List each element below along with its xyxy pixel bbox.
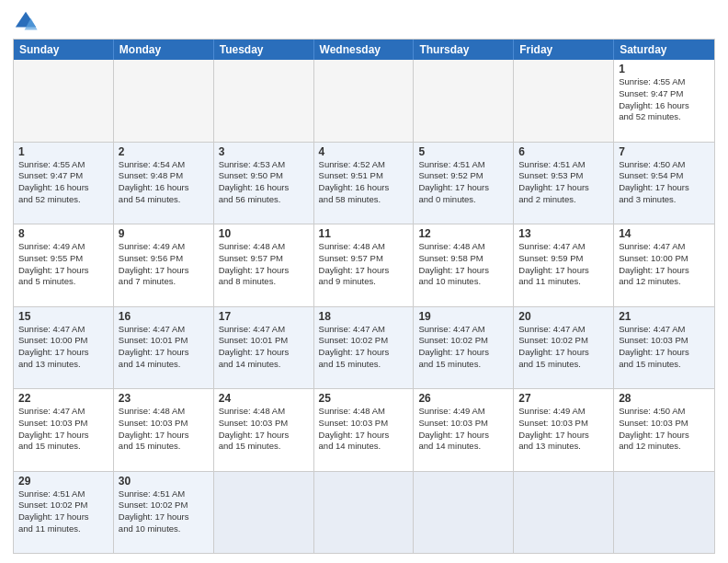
cal-cell-empty [614,472,714,554]
day-info: Sunrise: 4:55 AM Sunset: 9:47 PM Dayligh… [619,76,710,123]
cal-cell-day-11: 11Sunrise: 4:48 AM Sunset: 9:57 PM Dayli… [314,224,415,306]
day-info: Sunrise: 4:47 AM Sunset: 10:03 PM Daylig… [619,324,710,371]
day-info: Sunrise: 4:48 AM Sunset: 10:03 PM Daylig… [119,406,209,453]
cal-week-5: 29Sunrise: 4:51 AM Sunset: 10:02 PM Dayl… [14,471,714,554]
day-info: Sunrise: 4:47 AM Sunset: 10:00 PM Daylig… [18,324,108,371]
day-info: Sunrise: 4:47 AM Sunset: 10:01 PM Daylig… [219,324,309,371]
cal-cell-day-28: 28Sunrise: 4:50 AM Sunset: 10:03 PM Dayl… [614,389,714,471]
day-number: 24 [219,392,309,405]
day-info: Sunrise: 4:51 AM Sunset: 10:02 PM Daylig… [119,488,209,535]
logo-icon [13,9,39,35]
cal-cell-day-27: 27Sunrise: 4:49 AM Sunset: 10:03 PM Dayl… [514,389,614,471]
day-info: Sunrise: 4:48 AM Sunset: 10:03 PM Daylig… [219,406,309,453]
day-number: 23 [119,392,209,405]
cal-cell-day-26: 26Sunrise: 4:49 AM Sunset: 10:03 PM Dayl… [414,389,514,471]
cal-cell-day-8: 8Sunrise: 4:49 AM Sunset: 9:55 PM Daylig… [14,224,114,306]
cal-cell-day-16: 16Sunrise: 4:47 AM Sunset: 10:01 PM Dayl… [114,307,214,389]
day-number: 13 [518,227,609,240]
calendar-header: SundayMondayTuesdayWednesdayThursdayFrid… [14,40,714,60]
cal-week-2: 8Sunrise: 4:49 AM Sunset: 9:55 PM Daylig… [14,224,714,306]
cal-cell-day-12: 12Sunrise: 4:48 AM Sunset: 9:58 PM Dayli… [414,224,514,306]
day-number: 12 [418,227,508,240]
day-number: 29 [18,475,108,488]
day-info: Sunrise: 4:53 AM Sunset: 9:50 PM Dayligh… [219,159,309,206]
day-number: 30 [119,475,209,488]
day-number: 22 [18,392,108,405]
day-number: 28 [619,392,710,405]
cal-header-wednesday: Wednesday [314,40,415,60]
day-number: 11 [319,227,409,240]
cal-week-0: 1Sunrise: 4:55 AM Sunset: 9:47 PM Daylig… [14,60,714,142]
day-number: 27 [518,392,609,405]
cal-cell-day-1: 1Sunrise: 4:55 AM Sunset: 9:47 PM Daylig… [14,143,114,224]
day-info: Sunrise: 4:48 AM Sunset: 10:03 PM Daylig… [319,406,409,453]
calendar-body: 1Sunrise: 4:55 AM Sunset: 9:47 PM Daylig… [14,60,714,553]
cal-cell-day-29: 29Sunrise: 4:51 AM Sunset: 10:02 PM Dayl… [14,472,114,554]
cal-cell-day-13: 13Sunrise: 4:47 AM Sunset: 9:59 PM Dayli… [514,224,614,306]
logo [13,9,42,35]
cal-cell-day-10: 10Sunrise: 4:48 AM Sunset: 9:57 PM Dayli… [214,224,314,306]
day-info: Sunrise: 4:47 AM Sunset: 10:03 PM Daylig… [18,406,108,453]
cal-header-sunday: Sunday [14,40,114,60]
day-number: 5 [418,145,508,158]
cal-cell-day-19: 19Sunrise: 4:47 AM Sunset: 10:02 PM Dayl… [414,307,514,389]
cal-week-4: 22Sunrise: 4:47 AM Sunset: 10:03 PM Dayl… [14,388,714,471]
calendar: SundayMondayTuesdayWednesdayThursdayFrid… [13,39,715,554]
cal-header-thursday: Thursday [414,40,514,60]
day-info: Sunrise: 4:49 AM Sunset: 9:56 PM Dayligh… [119,241,209,288]
cal-header-friday: Friday [514,40,614,60]
cal-cell-day-14: 14Sunrise: 4:47 AM Sunset: 10:00 PM Dayl… [614,224,714,306]
day-info: Sunrise: 4:55 AM Sunset: 9:47 PM Dayligh… [18,159,108,206]
day-number: 2 [119,145,209,158]
cal-cell-day-21: 21Sunrise: 4:47 AM Sunset: 10:03 PM Dayl… [614,307,714,389]
cal-cell-day-6: 6Sunrise: 4:51 AM Sunset: 9:53 PM Daylig… [514,143,614,224]
cal-week-3: 15Sunrise: 4:47 AM Sunset: 10:00 PM Dayl… [14,306,714,389]
cal-header-monday: Monday [114,40,214,60]
day-number: 25 [319,392,409,405]
day-number: 15 [18,310,108,323]
day-info: Sunrise: 4:51 AM Sunset: 9:53 PM Dayligh… [518,159,609,206]
cal-cell-day-30: 30Sunrise: 4:51 AM Sunset: 10:02 PM Dayl… [114,472,214,554]
page: SundayMondayTuesdayWednesdayThursdayFrid… [0,0,728,563]
day-info: Sunrise: 4:47 AM Sunset: 9:59 PM Dayligh… [518,241,609,288]
cal-cell-empty [214,60,314,142]
day-number: 10 [219,227,309,240]
day-number: 8 [18,227,108,240]
cal-cell-day-23: 23Sunrise: 4:48 AM Sunset: 10:03 PM Dayl… [114,389,214,471]
cal-cell-empty [14,60,114,142]
cal-cell-empty [314,60,415,142]
cal-cell-day-18: 18Sunrise: 4:47 AM Sunset: 10:02 PM Dayl… [314,307,415,389]
day-number: 6 [518,145,609,158]
day-info: Sunrise: 4:47 AM Sunset: 10:02 PM Daylig… [518,324,609,371]
day-number: 1 [619,63,710,75]
cal-cell-day-17: 17Sunrise: 4:47 AM Sunset: 10:01 PM Dayl… [214,307,314,389]
header [13,9,715,35]
day-info: Sunrise: 4:50 AM Sunset: 10:03 PM Daylig… [619,406,710,453]
day-number: 17 [219,310,309,323]
day-info: Sunrise: 4:52 AM Sunset: 9:51 PM Dayligh… [319,159,409,206]
cal-cell-day-7: 7Sunrise: 4:50 AM Sunset: 9:54 PM Daylig… [614,143,714,224]
day-info: Sunrise: 4:49 AM Sunset: 10:03 PM Daylig… [418,406,508,453]
day-info: Sunrise: 4:47 AM Sunset: 10:01 PM Daylig… [119,324,209,371]
cal-cell-day-20: 20Sunrise: 4:47 AM Sunset: 10:02 PM Dayl… [514,307,614,389]
cal-cell-empty [314,472,415,554]
cal-cell-day-5: 5Sunrise: 4:51 AM Sunset: 9:52 PM Daylig… [414,143,514,224]
cal-cell-day-15: 15Sunrise: 4:47 AM Sunset: 10:00 PM Dayl… [14,307,114,389]
cal-cell-day-3: 3Sunrise: 4:53 AM Sunset: 9:50 PM Daylig… [214,143,314,224]
day-number: 14 [619,227,710,240]
cal-cell-day-2: 2Sunrise: 4:54 AM Sunset: 9:48 PM Daylig… [114,143,214,224]
day-info: Sunrise: 4:54 AM Sunset: 9:48 PM Dayligh… [119,159,209,206]
day-info: Sunrise: 4:49 AM Sunset: 9:55 PM Dayligh… [18,241,108,288]
cal-cell-empty [514,472,614,554]
day-info: Sunrise: 4:47 AM Sunset: 10:02 PM Daylig… [319,324,409,371]
day-number: 7 [619,145,710,158]
day-number: 1 [18,145,108,158]
day-number: 9 [119,227,209,240]
day-info: Sunrise: 4:47 AM Sunset: 10:02 PM Daylig… [418,324,508,371]
cal-cell-day-4: 4Sunrise: 4:52 AM Sunset: 9:51 PM Daylig… [314,143,415,224]
cal-cell-day-9: 9Sunrise: 4:49 AM Sunset: 9:56 PM Daylig… [114,224,214,306]
cal-header-tuesday: Tuesday [214,40,314,60]
day-number: 4 [319,145,409,158]
day-info: Sunrise: 4:48 AM Sunset: 9:58 PM Dayligh… [418,241,508,288]
cal-cell-empty [114,60,214,142]
